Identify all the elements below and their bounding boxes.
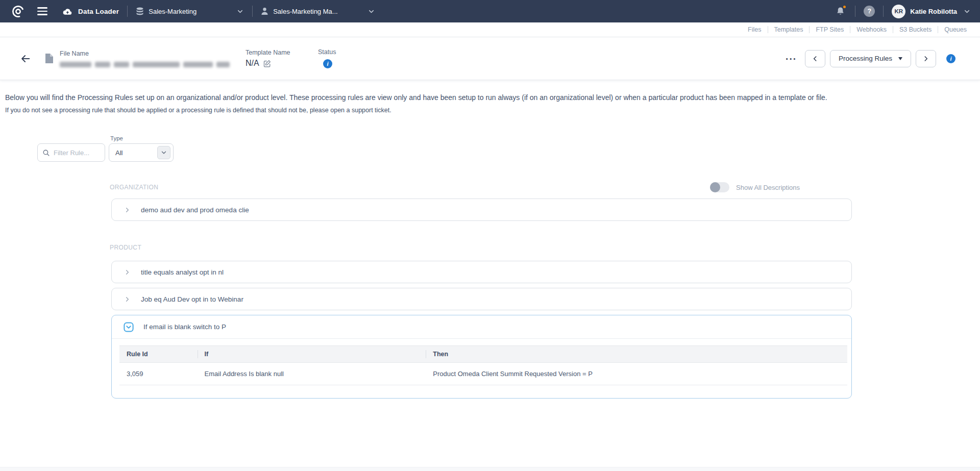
user-menu-chevron-down-icon[interactable] (963, 8, 971, 15)
database-selector-value: Sales-Marketing (149, 8, 197, 15)
show-all-descriptions-group: Show All Descriptions (710, 182, 800, 192)
rule-title: If email is blank switch to P (143, 323, 226, 331)
organization-section-label: ORGANIZATION (110, 184, 158, 191)
rule-table: Rule Id If Then 3,059 Email Address Is b… (119, 345, 847, 385)
cell-then: Product Omeda Client Summit Requested Ve… (426, 363, 847, 385)
organization-section-header: ORGANIZATION Show All Descriptions (0, 182, 980, 192)
chevron-right-icon (124, 268, 131, 276)
file-name-redacted (60, 62, 239, 67)
collapse-chevron-square-icon (124, 322, 134, 332)
rule-card-product-0[interactable]: title equals analyst opt in nl (111, 261, 852, 283)
rule-table-wrapper: Rule Id If Then 3,059 Email Address Is b… (119, 345, 847, 385)
notification-badge (842, 5, 847, 9)
type-filter-group: Type All (109, 135, 174, 162)
product-rules-list: title equals analyst opt in nl Job eq Au… (111, 261, 852, 399)
cell-if: Email Address Is blank null (198, 363, 426, 385)
show-all-descriptions-toggle[interactable] (710, 182, 729, 192)
expanded-rule-header[interactable]: If email is blank switch to P (112, 315, 851, 339)
database-selector[interactable]: Sales-Marketing (136, 7, 244, 16)
nav-link-webhooks[interactable]: Webhooks (850, 26, 893, 33)
show-all-descriptions-label: Show All Descriptions (736, 184, 800, 191)
rule-filter-input[interactable] (54, 149, 100, 157)
nav-link-s3-buckets[interactable]: S3 Buckets (893, 26, 938, 33)
back-arrow-icon[interactable] (18, 52, 33, 66)
topbar-divider (855, 6, 855, 17)
file-name-label: File Name (60, 50, 239, 57)
type-select[interactable]: All (109, 143, 174, 162)
omeda-logo-icon[interactable] (9, 3, 27, 20)
menu-icon[interactable] (34, 3, 51, 20)
edit-icon[interactable] (263, 60, 271, 67)
template-name-value: N/A (246, 59, 259, 68)
template-name-block: Template Name N/A (246, 49, 312, 68)
chevron-down-icon (236, 8, 244, 15)
organization-rules-list: demo aud dev and prod omeda clie (111, 199, 852, 221)
type-select-value: All (115, 149, 122, 157)
user-name[interactable]: Katie Robilotta (910, 8, 957, 15)
rule-title: title equals analyst opt in nl (141, 268, 224, 276)
secondary-navigation: Files Templates FTP Sites Webhooks S3 Bu… (0, 22, 980, 37)
chevron-right-icon (124, 295, 131, 303)
rule-filter-searchbox[interactable] (37, 143, 105, 162)
topbar-divider (127, 6, 128, 17)
status-block: Status i (318, 48, 336, 68)
nav-link-queues[interactable]: Queues (938, 26, 973, 33)
search-icon (42, 149, 50, 157)
processing-rules-content: Below you will find the Processing Rules… (0, 93, 980, 399)
column-header-rule-id: Rule Id (119, 346, 198, 363)
topbar-divider (883, 6, 884, 17)
file-header: File Name Template Name N/A Status i ... (0, 37, 980, 80)
rule-card-product-1[interactable]: Job eq Aud Dev opt in to Webinar (111, 288, 852, 310)
file-header-controls: ... Processing Rules i (786, 50, 955, 67)
intro-text-line2: If you do not see a processing rule that… (5, 107, 980, 114)
user-avatar[interactable]: KR (892, 5, 905, 18)
chevron-down-icon (368, 8, 375, 15)
rule-table-header-row: Rule Id If Then (119, 346, 847, 363)
chevron-down-icon[interactable] (157, 146, 170, 159)
rule-table-row: 3,059 Email Address Is blank null Produc… (119, 363, 847, 385)
next-step-button[interactable] (916, 50, 936, 67)
rule-title: demo aud dev and prod omeda clie (141, 206, 249, 214)
product-section-label: PRODUCT (110, 244, 141, 251)
file-name-block: File Name (60, 50, 239, 67)
app-name: Data Loader (78, 8, 119, 15)
rule-card-organization-0[interactable]: demo aud dev and prod omeda clie (111, 199, 852, 221)
chevron-left-icon (812, 55, 819, 62)
cloud-upload-icon (62, 7, 73, 16)
nav-link-files[interactable]: Files (742, 26, 767, 33)
status-info-icon[interactable]: i (323, 59, 332, 68)
page-info-icon[interactable]: i (946, 54, 955, 63)
context-selector-value: Sales-Marketing Ma... (273, 8, 337, 15)
help-icon[interactable]: ? (864, 6, 875, 17)
step-dropdown[interactable]: Processing Rules (830, 50, 911, 67)
nav-link-templates[interactable]: Templates (768, 26, 810, 33)
database-icon (136, 7, 144, 16)
previous-step-button[interactable] (805, 50, 825, 67)
document-icon (45, 53, 54, 64)
column-header-then: Then (426, 346, 847, 363)
nav-link-ftp-sites[interactable]: FTP Sites (810, 26, 850, 33)
step-dropdown-value: Processing Rules (839, 55, 892, 62)
cell-rule-id: 3,059 (119, 363, 198, 385)
rule-card-product-2-expanded: If email is blank switch to P Rule Id If… (111, 315, 852, 399)
top-navigation-bar: Data Loader Sales-Marketing Sales-Market… (0, 0, 980, 22)
status-label: Status (318, 48, 336, 56)
caret-down-icon (898, 57, 902, 60)
product-section-header: PRODUCT (0, 242, 980, 253)
topbar-right-group: ? KR Katie Robilotta (834, 5, 971, 18)
more-options-icon[interactable]: ... (786, 52, 797, 65)
chevron-right-icon (922, 55, 929, 62)
notifications-bell-icon[interactable] (834, 5, 847, 18)
app-title: Data Loader (62, 7, 119, 16)
filter-row: Type All (37, 135, 980, 162)
context-selector[interactable]: Sales-Marketing Ma... (261, 7, 375, 15)
column-header-if: If (198, 346, 426, 363)
rule-title: Job eq Aud Dev opt in to Webinar (141, 295, 243, 303)
toggle-knob (710, 182, 720, 192)
chevron-right-icon (124, 206, 131, 214)
horizontal-scrollbar-track[interactable] (0, 467, 980, 471)
topbar-divider (252, 6, 253, 17)
hamburger-bars (37, 5, 47, 17)
intro-text-line1: Below you will find the Processing Rules… (5, 93, 980, 102)
user-icon (261, 7, 268, 15)
